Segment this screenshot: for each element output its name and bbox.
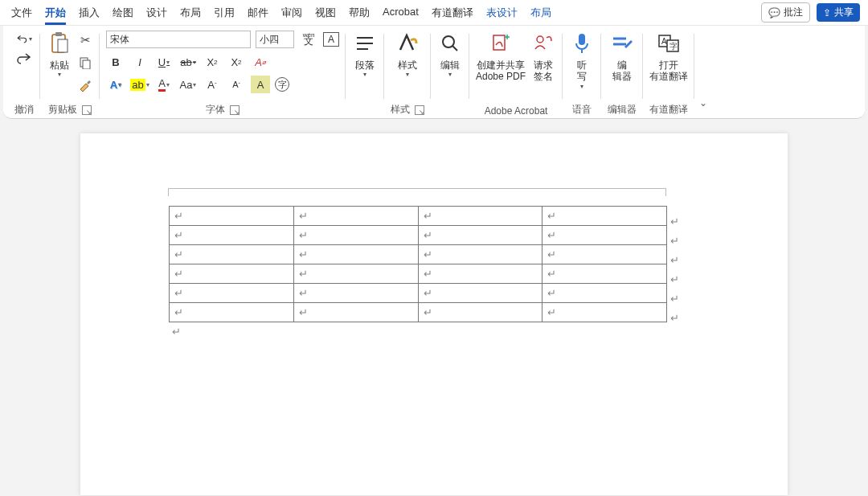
- comment-button[interactable]: 💬 批注: [761, 2, 810, 23]
- group-font-label: 字体: [206, 103, 225, 117]
- editing-button[interactable]: 编辑: [437, 31, 463, 104]
- table-cell[interactable]: ↵: [542, 264, 667, 284]
- translate-label: 打开 有道翻译: [649, 59, 688, 83]
- document-canvas: ↵↵↵↵↵↵↵↵↵↵↵↵↵↵↵↵↵↵↵↵↵↵↵↵ ↵↵↵↵↵↵ ↵: [0, 119, 868, 495]
- tab-2[interactable]: 插入: [79, 1, 100, 25]
- table-cell[interactable]: ↵: [418, 207, 542, 226]
- styles-button[interactable]: 样式: [391, 31, 424, 101]
- text-effects-button[interactable]: A: [106, 76, 125, 93]
- font-name-select[interactable]: [106, 31, 251, 48]
- underline-button[interactable]: U: [154, 53, 174, 71]
- tab-12[interactable]: 有道翻译: [432, 1, 473, 25]
- tab-8[interactable]: 审阅: [281, 1, 302, 25]
- table-cell[interactable]: ↵: [170, 284, 294, 303]
- redo-button[interactable]: [16, 50, 32, 66]
- table-cell[interactable]: ↵: [170, 264, 294, 284]
- highlight-button[interactable]: ab: [130, 76, 149, 93]
- strike-button[interactable]: ab: [178, 53, 198, 71]
- tab-14[interactable]: 布局: [530, 1, 551, 25]
- dictate-button[interactable]: 听 写: [569, 31, 595, 101]
- table-cell[interactable]: ↵: [418, 264, 542, 284]
- table-row[interactable]: ↵↵↵↵: [170, 303, 667, 322]
- group-editing: 编辑: [431, 29, 469, 117]
- table-cell[interactable]: ↵: [542, 245, 667, 264]
- svg-point-11: [537, 36, 543, 43]
- italic-button[interactable]: I: [130, 53, 149, 71]
- table-row[interactable]: ↵↵↵↵: [170, 284, 667, 303]
- tab-0[interactable]: 文件: [11, 1, 32, 25]
- editor-button[interactable]: 编 辑器: [608, 31, 637, 101]
- clear-format-button[interactable]: A⌀: [251, 53, 270, 71]
- table-cell[interactable]: ↵: [293, 264, 418, 284]
- svg-rect-2: [58, 39, 68, 52]
- row-end-mark: ↵: [670, 293, 679, 305]
- bold-button[interactable]: B: [106, 53, 125, 71]
- table-cell[interactable]: ↵: [293, 245, 418, 264]
- table-cell[interactable]: ↵: [293, 303, 418, 322]
- collapse-ribbon-button[interactable]: ⌄: [699, 97, 707, 109]
- acrobat-create-button[interactable]: 创建并共享 Adobe PDF: [476, 31, 526, 83]
- tab-7[interactable]: 邮件: [248, 1, 268, 25]
- table-cell[interactable]: ↵: [293, 207, 418, 226]
- paste-button[interactable]: 粘贴: [47, 31, 72, 79]
- document-table[interactable]: ↵↵↵↵↵↵↵↵↵↵↵↵↵↵↵↵↵↵↵↵↵↵↵↵: [169, 206, 667, 322]
- tab-4[interactable]: 设计: [146, 1, 167, 25]
- shrink-font-button[interactable]: Aˇ: [227, 76, 246, 93]
- share-button[interactable]: ⇪ 共享: [817, 3, 860, 22]
- phonetic-guide-button[interactable]: wén 文: [299, 31, 318, 48]
- table-cell[interactable]: ↵: [170, 207, 294, 226]
- tab-1[interactable]: 开始: [45, 1, 66, 25]
- styles-label: 样式: [398, 59, 417, 79]
- tab-3[interactable]: 绘图: [113, 1, 133, 25]
- change-case-button[interactable]: Aa: [178, 76, 198, 93]
- table-cell[interactable]: ↵: [418, 245, 542, 264]
- styles-launcher[interactable]: [415, 105, 424, 115]
- table-cell[interactable]: ↵: [418, 284, 542, 303]
- table-cell[interactable]: ↵: [542, 284, 667, 303]
- table-row[interactable]: ↵↵↵↵: [170, 207, 667, 226]
- format-painter-button[interactable]: [77, 77, 93, 93]
- tab-11[interactable]: Acrobat: [383, 1, 419, 25]
- font-launcher[interactable]: [230, 105, 240, 115]
- group-editor-label: 编辑器: [608, 101, 637, 117]
- tab-9[interactable]: 视图: [315, 1, 336, 25]
- svg-text:字: 字: [669, 42, 678, 51]
- table-cell[interactable]: ↵: [170, 245, 294, 264]
- table-row[interactable]: ↵↵↵↵: [170, 264, 667, 284]
- cut-button[interactable]: ✂: [77, 32, 93, 48]
- enclose-char-button[interactable]: 字: [275, 77, 289, 92]
- grow-font-button[interactable]: Aˆ: [203, 76, 222, 93]
- acrobat-sign-button[interactable]: 请求 签名: [530, 31, 556, 83]
- paste-label: 粘贴: [50, 59, 69, 79]
- table-cell[interactable]: ↵: [542, 303, 667, 322]
- translate-button[interactable]: A字 打开 有道翻译: [649, 31, 688, 101]
- svg-rect-1: [55, 32, 62, 36]
- char-border-button[interactable]: A: [323, 32, 339, 47]
- page[interactable]: ↵↵↵↵↵↵↵↵↵↵↵↵↵↵↵↵↵↵↵↵↵↵↵↵ ↵↵↵↵↵↵ ↵: [80, 133, 788, 495]
- table-row[interactable]: ↵↵↵↵: [170, 226, 667, 245]
- font-color-button[interactable]: A: [154, 76, 174, 93]
- table-cell[interactable]: ↵: [293, 284, 418, 303]
- copy-button[interactable]: [77, 55, 93, 71]
- tab-13[interactable]: 表设计: [486, 1, 518, 25]
- group-voice-label: 语音: [569, 101, 595, 117]
- subscript-button[interactable]: X2: [203, 53, 222, 71]
- table-cell[interactable]: ↵: [542, 207, 667, 226]
- row-end-mark: ↵: [670, 254, 679, 266]
- char-shading-button[interactable]: A: [251, 76, 270, 93]
- undo-button[interactable]: [16, 31, 32, 47]
- tab-6[interactable]: 引用: [214, 1, 235, 25]
- table-row[interactable]: ↵↵↵↵: [170, 245, 667, 264]
- tab-5[interactable]: 布局: [180, 1, 201, 25]
- clipboard-launcher[interactable]: [82, 105, 92, 115]
- superscript-button[interactable]: X2: [227, 53, 246, 71]
- table-cell[interactable]: ↵: [293, 226, 418, 245]
- table-cell[interactable]: ↵: [170, 303, 294, 322]
- table-cell[interactable]: ↵: [542, 226, 667, 245]
- table-cell[interactable]: ↵: [418, 303, 542, 322]
- font-size-select[interactable]: [256, 31, 294, 48]
- table-cell[interactable]: ↵: [418, 226, 542, 245]
- table-cell[interactable]: ↵: [170, 226, 294, 245]
- paragraph-button[interactable]: 段落: [352, 31, 378, 104]
- tab-10[interactable]: 帮助: [349, 1, 370, 25]
